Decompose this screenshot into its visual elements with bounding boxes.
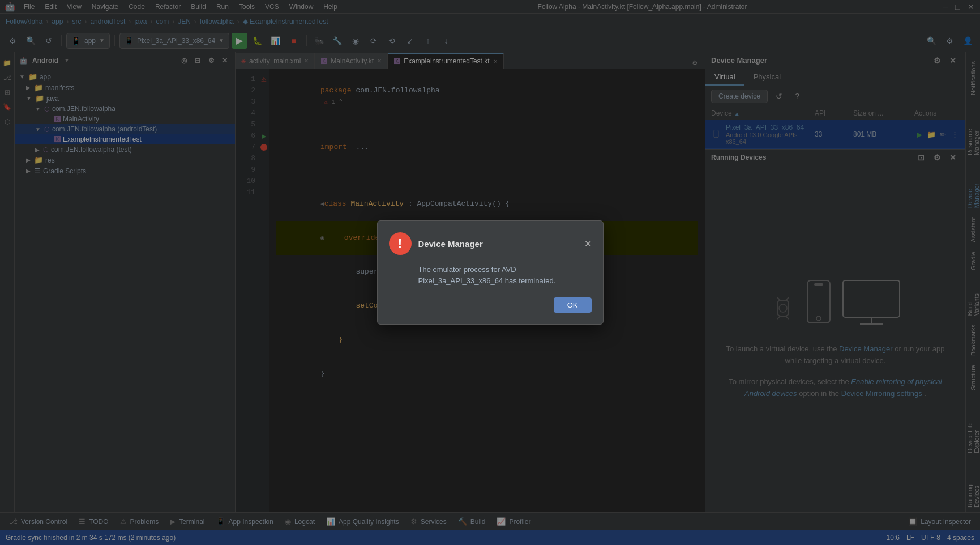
dialog-close-button[interactable]: ✕	[584, 239, 592, 249]
dialog: ! Device Manager ✕ The emulator process …	[377, 220, 604, 325]
dialog-message-line2: Pixel_3a_API_33_x86_64 has terminated.	[418, 275, 592, 287]
dialog-body: The emulator process for AVD Pixel_3a_AP…	[418, 264, 592, 286]
dialog-overlay[interactable]: ! Device Manager ✕ The emulator process …	[0, 0, 980, 545]
dialog-title: Device Manager	[418, 239, 483, 249]
dialog-error-icon: !	[389, 232, 412, 255]
dialog-message-line1: The emulator process for AVD	[418, 264, 592, 275]
dialog-header: ! Device Manager ✕	[389, 232, 592, 255]
dialog-ok-button[interactable]: OK	[554, 297, 592, 313]
dialog-footer: OK	[389, 297, 592, 313]
